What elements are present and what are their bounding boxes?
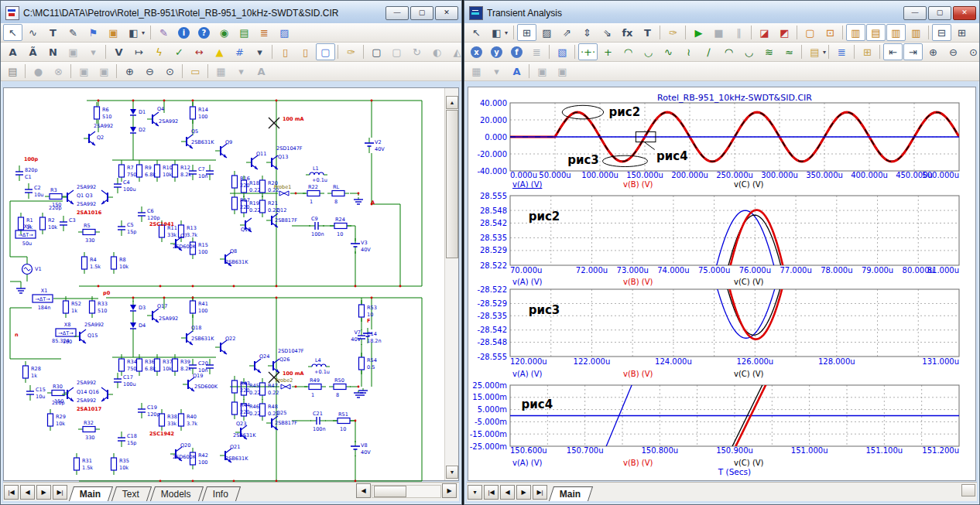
low-icon[interactable]: ≀ — [679, 43, 698, 60]
prev-page-button[interactable]: ◀ — [500, 485, 515, 500]
tab-main[interactable]: Main — [549, 486, 594, 501]
hscroll-thumb[interactable] — [374, 486, 406, 497]
show-voltages-icon[interactable]: V — [109, 43, 128, 60]
left-titlebar[interactable]: C:\MC11\DATA\Petrov\Rotel_RB-951\Rotel_R… — [1, 1, 461, 23]
bring-front-icon[interactable]: ▣ — [74, 63, 94, 80]
stop-button-icon[interactable]: ■ — [709, 24, 728, 41]
wave-select-icon[interactable]: ▨ — [537, 24, 557, 41]
properties-hand-icon[interactable]: ✑ — [341, 43, 361, 60]
flip-horizontal-icon[interactable]: ◐ — [427, 43, 447, 60]
annotation-tool-icon[interactable]: ✎ — [154, 24, 173, 41]
shape-group-dropdown-icon[interactable]: ▾ — [505, 29, 511, 36]
select-region-icon[interactable]: ▢ — [316, 43, 335, 60]
picture-file-icon[interactable]: ▣ — [104, 24, 123, 41]
tag-vertical-icon[interactable]: ⇥ — [903, 43, 923, 60]
show-warnings-icon[interactable]: ▲ — [210, 43, 229, 60]
next-page-button[interactable]: ▶ — [36, 485, 51, 500]
pan-ne-icon[interactable]: ⇗ — [557, 24, 577, 41]
schematic-vscrollbar[interactable]: ▲ ▼ — [444, 88, 458, 480]
cascade-2-icon[interactable]: ▣ — [553, 63, 572, 80]
run-button-icon[interactable]: ▶ — [689, 24, 708, 41]
minimize-button[interactable]: — — [903, 6, 927, 20]
analysis-limits-icon[interactable]: ◪ — [755, 24, 774, 41]
grid-display-dd-icon[interactable]: ▾ — [487, 63, 506, 80]
scroll-up-button[interactable]: ▲ — [446, 96, 458, 109]
clipboard-icon[interactable]: ▤ — [805, 43, 824, 60]
pan-se-icon[interactable]: ⇘ — [598, 24, 617, 41]
pause-button-icon[interactable]: ‖ — [729, 24, 749, 41]
show-conditions-icon[interactable]: ✓ — [170, 43, 189, 60]
model-check-icon[interactable]: ▤ — [235, 24, 254, 41]
schematic-hscrollbar[interactable] — [372, 485, 441, 498]
global-high-icon[interactable]: ◠ — [719, 43, 738, 60]
attr-text-icon[interactable]: A — [3, 43, 22, 60]
shape-group-icon[interactable]: ◧ — [487, 24, 506, 41]
box-dim-icon[interactable]: ▢ — [387, 43, 406, 60]
text-mode-icon[interactable]: T — [43, 24, 63, 41]
info-button-icon[interactable]: i — [174, 24, 194, 41]
grid-dropdown-icon[interactable]: ▾ — [250, 43, 269, 60]
peak-icon[interactable]: ◠ — [618, 43, 638, 60]
right-hscroll-thumb[interactable] — [961, 484, 975, 496]
next-data-point-icon[interactable]: ·+· — [578, 43, 598, 60]
grid-display-icon[interactable]: ▦ — [467, 63, 486, 80]
flag-mode-icon[interactable]: ⚑ — [84, 24, 103, 41]
watch-doc-icon[interactable]: ≣ — [832, 43, 852, 60]
cursor-box-icon[interactable]: ▢ — [800, 24, 820, 41]
edit-limits-icon[interactable]: ▧ — [553, 43, 572, 60]
zoom-in-icon[interactable]: ⊕ — [923, 43, 943, 60]
list-doc-icon[interactable]: ≣ — [255, 24, 274, 41]
select-tool-icon[interactable]: ↖ — [3, 24, 22, 41]
layout-stripes-2-icon[interactable]: ▤ — [866, 24, 886, 41]
back-button-icon[interactable]: ● — [29, 63, 48, 80]
restore-button[interactable]: ▢ — [410, 6, 433, 20]
browse-web-icon[interactable]: ◉ — [214, 24, 234, 41]
zoom-in-icon[interactable]: ⊕ — [120, 63, 139, 80]
envelope-bottom-icon[interactable]: ≈ — [780, 43, 799, 60]
shape-group-icon[interactable]: ◧ — [124, 24, 143, 41]
schematic-drawing[interactable]: 100p820pC1C210uR3150220pR11kR210kC3→ΔT→X… — [4, 88, 445, 484]
transient-plots[interactable]: 40.00020.0000.000-20.000-40.0000.000u50.… — [468, 87, 964, 482]
last-page-button[interactable]: ▶| — [533, 485, 547, 500]
hscroll-left-button[interactable]: ◀ — [356, 483, 371, 498]
info-page-icon[interactable]: ▤ — [3, 63, 22, 80]
last-page-button[interactable]: ▶| — [53, 485, 67, 500]
box-select-icon[interactable]: ▢ — [367, 43, 386, 60]
send-back-icon[interactable]: ▣ — [94, 63, 114, 80]
show-power-icon[interactable]: ϟ — [149, 43, 169, 60]
split-quad-icon[interactable]: ⊞ — [952, 24, 971, 41]
page-small-icon[interactable]: ▯ — [296, 43, 315, 60]
right-titlebar[interactable]: Transient Analysis — ▢ ✕ — [464, 1, 979, 23]
fx-cursor-icon[interactable]: f — [507, 43, 526, 60]
select-tool-icon[interactable]: ↖ — [467, 24, 486, 41]
pin-connections-icon[interactable]: ↔ — [190, 43, 209, 60]
close-circle-icon[interactable]: ⊗ — [49, 63, 68, 80]
hscroll-right-button[interactable]: ▶ — [442, 483, 457, 498]
zoom-100-icon[interactable]: ⊙ — [964, 43, 980, 60]
help-button-icon[interactable]: ? — [194, 24, 214, 41]
zoom-out-icon[interactable]: ⊖ — [944, 43, 963, 60]
page-list-dropdown[interactable]: ▾ — [468, 485, 482, 500]
close-button[interactable]: ✕ — [953, 6, 976, 20]
next-intercept-icon[interactable]: + — [598, 43, 618, 60]
prev-page-button[interactable]: ◀ — [20, 485, 35, 500]
analysis-plots-icon[interactable]: ◩ — [775, 24, 794, 41]
copy-dropdown-icon[interactable]: ▾ — [84, 43, 103, 60]
schematic-canvas[interactable]: 100p820pC1C210uR3150220pR11kR210kC3→ΔT→X… — [3, 87, 459, 481]
font-button-icon[interactable]: A — [252, 63, 271, 80]
graphics-mode-icon[interactable]: ✎ — [63, 24, 83, 41]
first-page-button[interactable]: |◀ — [4, 485, 19, 500]
valley-icon[interactable]: ◡ — [639, 43, 658, 60]
plot-area[interactable]: 40.00020.0000.000-20.000-40.0000.000u50.… — [468, 87, 976, 481]
wire-mode-icon[interactable]: ∿ — [23, 24, 43, 41]
numeric-output-icon[interactable]: ⊞ — [858, 43, 877, 60]
scale-mode-icon[interactable]: ⊞ — [517, 24, 536, 41]
pan-vertical-icon[interactable]: ⇕ — [577, 24, 597, 41]
next-page-button[interactable]: ▶ — [516, 485, 531, 500]
attr-node-names-icon[interactable]: N — [43, 43, 63, 60]
tab-info[interactable]: Info — [202, 486, 241, 501]
vscroll-thumb[interactable] — [446, 110, 458, 258]
tab-main[interactable]: Main — [69, 486, 114, 501]
high-icon[interactable]: ∿ — [659, 43, 678, 60]
first-page-button[interactable]: |◀ — [484, 485, 499, 500]
